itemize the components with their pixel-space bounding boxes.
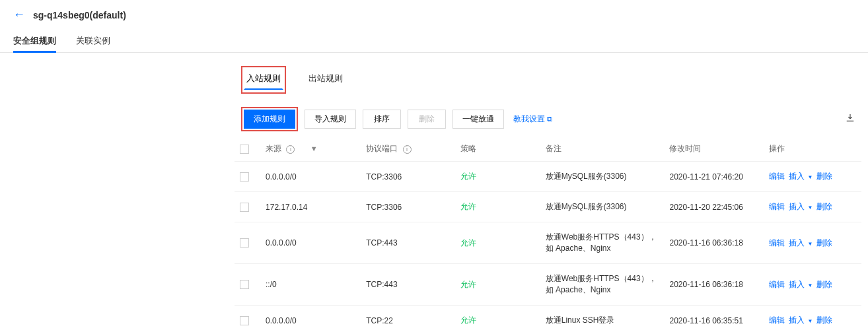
edit-link[interactable]: 编辑 (769, 280, 785, 289)
cell-modified: 2020-11-16 06:36:18 (664, 222, 764, 264)
cell-note: 放通Web服务HTTPS（443），如 Apache、Nginx (540, 222, 665, 264)
download-icon[interactable] (846, 114, 855, 125)
insert-link[interactable]: 插入 ▼ (789, 280, 813, 289)
insert-link[interactable]: 插入 ▼ (789, 172, 813, 181)
col-modified-label: 修改时间 (664, 137, 764, 162)
row-checkbox[interactable] (240, 172, 249, 182)
chevron-down-icon: ▼ (807, 282, 813, 288)
col-policy-label: 策略 (455, 137, 540, 162)
cell-protocol: TCP:3306 (361, 162, 454, 192)
cell-note: 放通Linux SSH登录 (540, 306, 665, 331)
cell-modified: 2020-11-20 22:45:06 (664, 192, 764, 222)
table-row: 172.17.0.14TCP:3306允许放通MySQL服务(3306)2020… (235, 192, 861, 222)
main-tabs: 安全组规则 关联实例 (0, 30, 868, 53)
cell-source: 0.0.0.0/0 (260, 306, 361, 331)
sub-tab-inbound[interactable]: 入站规则 (241, 66, 286, 94)
row-checkbox[interactable] (240, 280, 249, 289)
cell-modified: 2020-11-16 06:35:51 (664, 306, 764, 331)
chevron-down-icon: ▼ (807, 205, 813, 211)
delete-link[interactable]: 删除 (816, 315, 832, 325)
toolbar: 添加规则 导入规则 排序 删除 一键放通 教我设置 ⧉ (235, 102, 861, 137)
col-operation-label: 操作 (764, 137, 861, 162)
cell-source: 0.0.0.0/0 (260, 162, 361, 192)
back-arrow-icon[interactable]: ← (13, 8, 25, 22)
table-row: 0.0.0.0/0TCP:3306允许放通MySQL服务(3306)2020-1… (235, 162, 861, 192)
cell-policy: 允许 (455, 162, 540, 192)
external-link-icon: ⧉ (547, 115, 552, 123)
cell-protocol: TCP:443 (361, 222, 454, 264)
cell-modified: 2020-11-16 06:36:18 (664, 264, 764, 306)
cell-protocol: TCP:443 (361, 264, 454, 306)
delete-link[interactable]: 删除 (816, 280, 832, 289)
add-rule-button[interactable]: 添加规则 (244, 110, 295, 129)
add-rule-highlight: 添加规则 (241, 107, 298, 131)
insert-link[interactable]: 插入 ▼ (789, 315, 813, 325)
delete-button: 删除 (408, 110, 446, 129)
page-title: sg-q14sbeg0(default) (33, 10, 126, 20)
filter-icon[interactable]: ▼ (310, 145, 318, 152)
cell-actions: 编辑插入 ▼删除 (764, 192, 861, 222)
col-note-label: 备注 (540, 137, 665, 162)
sub-tab-outbound[interactable]: 出站规则 (306, 66, 345, 94)
edit-link[interactable]: 编辑 (769, 315, 785, 325)
cell-note: 放通Web服务HTTPS（443），如 Apache、Nginx (540, 264, 665, 306)
table-header-row: 来源 i ▼ 协议端口 i 策略 备注 修改时间 操作 (235, 137, 861, 162)
page-header: ← sg-q14sbeg0(default) (0, 0, 868, 30)
edit-link[interactable]: 编辑 (769, 202, 785, 211)
delete-link[interactable]: 删除 (816, 202, 832, 211)
cell-policy: 允许 (455, 306, 540, 331)
col-source-label: 来源 (266, 144, 281, 153)
delete-link[interactable]: 删除 (816, 172, 832, 181)
cell-modified: 2020-11-21 07:46:20 (664, 162, 764, 192)
cell-source: ::/0 (260, 264, 361, 306)
help-link-text: 教我设置 (513, 114, 545, 125)
row-checkbox[interactable] (240, 316, 249, 325)
chevron-down-icon: ▼ (807, 241, 813, 247)
row-checkbox[interactable] (240, 203, 249, 212)
table-row: 0.0.0.0/0TCP:443允许放通Web服务HTTPS（443），如 Ap… (235, 222, 861, 264)
info-icon[interactable]: i (286, 145, 295, 154)
info-icon[interactable]: i (403, 145, 412, 154)
content-area: 入站规则 出站规则 添加规则 导入规则 排序 删除 一键放通 教我设置 ⧉ 来源… (235, 53, 861, 330)
help-link[interactable]: 教我设置 ⧉ (513, 114, 552, 125)
insert-link[interactable]: 插入 ▼ (789, 238, 813, 248)
tab-security-rules[interactable]: 安全组规则 (13, 30, 56, 52)
one-click-allow-button[interactable]: 一键放通 (452, 110, 504, 129)
edit-link[interactable]: 编辑 (769, 238, 785, 248)
chevron-down-icon: ▼ (807, 318, 813, 324)
sub-tab-inbound-label: 入站规则 (244, 70, 283, 90)
cell-policy: 允许 (455, 222, 540, 264)
cell-protocol: TCP:3306 (361, 192, 454, 222)
table-row: ::/0TCP:443允许放通Web服务HTTPS（443），如 Apache、… (235, 264, 861, 306)
tab-related-instances[interactable]: 关联实例 (76, 30, 110, 52)
col-protocol-label: 协议端口 (366, 144, 398, 153)
cell-policy: 允许 (455, 192, 540, 222)
cell-source: 172.17.0.14 (260, 192, 361, 222)
sub-tabs: 入站规则 出站规则 (235, 66, 861, 102)
cell-policy: 允许 (455, 264, 540, 306)
edit-link[interactable]: 编辑 (769, 172, 785, 181)
cell-protocol: TCP:22 (361, 306, 454, 331)
cell-note: 放通MySQL服务(3306) (540, 192, 665, 222)
chevron-down-icon: ▼ (807, 174, 813, 180)
cell-note: 放通MySQL服务(3306) (540, 162, 665, 192)
table-row: 0.0.0.0/0TCP:22允许放通Linux SSH登录2020-11-16… (235, 306, 861, 331)
sort-button[interactable]: 排序 (363, 110, 401, 129)
cell-actions: 编辑插入 ▼删除 (764, 222, 861, 264)
select-all-checkbox[interactable] (240, 145, 249, 154)
insert-link[interactable]: 插入 ▼ (789, 202, 813, 211)
cell-actions: 编辑插入 ▼删除 (764, 306, 861, 331)
cell-source: 0.0.0.0/0 (260, 222, 361, 264)
rules-table: 来源 i ▼ 协议端口 i 策略 备注 修改时间 操作 0.0.0.0/0TCP… (235, 137, 861, 330)
delete-link[interactable]: 删除 (816, 238, 832, 248)
cell-actions: 编辑插入 ▼删除 (764, 264, 861, 306)
import-rule-button[interactable]: 导入规则 (305, 110, 356, 129)
cell-actions: 编辑插入 ▼删除 (764, 162, 861, 192)
row-checkbox[interactable] (240, 238, 249, 248)
